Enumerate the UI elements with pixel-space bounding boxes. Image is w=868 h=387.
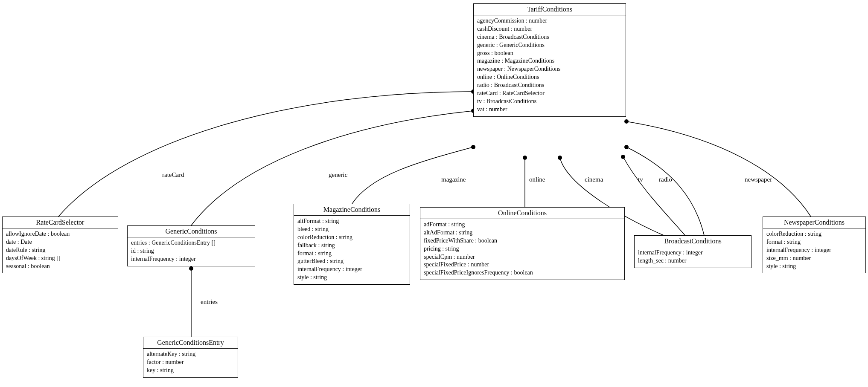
edge-radio: [626, 147, 704, 235]
class-body: allowIgnoreDate : boolean date : Date da…: [3, 228, 118, 273]
class-attr: internalFrequency : integer: [766, 246, 862, 254]
class-attr: rateCard : RateCardSelector: [477, 90, 622, 98]
class-attr: entries : GenericConditionsEntry []: [131, 239, 251, 247]
class-attr: magazine : MagazineConditions: [477, 57, 622, 65]
edge-ratecard: [58, 92, 473, 217]
class-ratecard-selector: RateCardSelector allowIgnoreDate : boole…: [2, 217, 118, 273]
edge-cinema-diamond-icon: [558, 156, 562, 160]
class-attr: specialFixedPriceIgnoresFrequency : bool…: [424, 269, 621, 277]
class-attr: specialCpm : number: [424, 253, 621, 261]
class-attr: colorReduction : string: [766, 230, 862, 238]
edge-label-entries: entries: [201, 298, 218, 306]
class-attr: cashDiscount : number: [477, 25, 622, 33]
class-body: altFormat : string bleed : string colorR…: [294, 216, 410, 284]
class-body: alternateKey : string factor : number ke…: [143, 349, 238, 377]
class-attr: length_sec : number: [638, 257, 748, 265]
edge-label-generic: generic: [329, 171, 347, 179]
class-attr: daysOfWeek : string []: [6, 254, 114, 263]
class-attr: size_mm : number: [766, 254, 862, 263]
edge-label-tv: tv: [638, 176, 643, 183]
class-attr: alternateKey : string: [147, 350, 234, 358]
class-attr: style : string: [297, 274, 406, 282]
edge-label-online: online: [529, 176, 545, 183]
class-magazine-conditions: MagazineConditions altFormat : string bl…: [294, 204, 410, 285]
edge-online-diamond-icon: [523, 156, 527, 160]
edge-tv-diamond-icon: [621, 155, 625, 159]
class-attr: pricing : string: [424, 245, 621, 253]
class-attr: colorReduction : string: [297, 234, 406, 242]
class-title: OnlineConditions: [420, 208, 624, 219]
class-body: entries : GenericConditionsEntry [] id :…: [128, 237, 255, 266]
class-attr: key : string: [147, 367, 234, 375]
edge-label-radio: radio: [659, 176, 672, 183]
class-title: TariffConditions: [474, 4, 626, 15]
class-title: MagazineConditions: [294, 204, 410, 216]
class-body: adFormat : string altAdFormat : string f…: [420, 219, 624, 280]
class-attr: agencyCommission : number: [477, 17, 622, 25]
class-attr: style : string: [766, 263, 862, 271]
class-attr: altAdFormat : string: [424, 229, 621, 237]
class-attr: factor : number: [147, 358, 234, 367]
class-attr: internalFrequency : integer: [638, 249, 748, 257]
edges-layer: [0, 0, 868, 387]
class-attr: vat : number: [477, 106, 622, 114]
class-attr: gutterBleed : string: [297, 257, 406, 266]
class-attr: fallback : string: [297, 242, 406, 250]
edge-label-ratecard: rateCard: [162, 171, 184, 179]
class-title: NewspaperConditions: [763, 217, 865, 228]
edge-tv: [623, 157, 685, 235]
class-attr: online : OnlineConditions: [477, 73, 622, 81]
class-attr: seasonal : boolean: [6, 263, 114, 271]
class-attr: date : Date: [6, 238, 114, 246]
edge-magazine-diamond-icon: [471, 145, 475, 149]
class-attr: internalFrequency : integer: [131, 255, 251, 263]
class-generic-conditions-entry: GenericConditionsEntry alternateKey : st…: [143, 337, 238, 378]
class-attr: format : string: [297, 250, 406, 258]
class-title: RateCardSelector: [3, 217, 118, 228]
class-attr: internalFrequency : integer: [297, 266, 406, 274]
class-tariff-conditions: TariffConditions agencyCommission : numb…: [473, 3, 626, 117]
edge-label-cinema: cinema: [585, 176, 603, 183]
class-attr: tv : BroadcastConditions: [477, 98, 622, 106]
edge-label-magazine: magazine: [441, 176, 466, 183]
class-attr: newspaper : NewspaperConditions: [477, 65, 622, 73]
class-attr: format : string: [766, 238, 862, 246]
class-attr: radio : BroadcastConditions: [477, 81, 622, 90]
edge-entries-diamond-icon: [189, 266, 193, 271]
class-attr: altFormat : string: [297, 217, 406, 225]
class-attr: id : string: [131, 247, 251, 255]
class-attr: cinema : BroadcastConditions: [477, 33, 622, 41]
edge-newspaper-diamond-icon: [624, 119, 629, 124]
class-attr: allowIgnoreDate : boolean: [6, 230, 114, 238]
edge-radio-diamond-icon: [624, 145, 629, 149]
class-attr: adFormat : string: [424, 221, 621, 229]
class-title: GenericConditions: [128, 226, 255, 237]
class-attr: gross : boolean: [477, 49, 622, 58]
class-attr: bleed : string: [297, 225, 406, 234]
class-online-conditions: OnlineConditions adFormat : string altAd…: [420, 207, 625, 280]
class-attr: generic : GenericConditions: [477, 41, 622, 49]
class-title: BroadcastConditions: [635, 236, 751, 247]
class-body: internalFrequency : integer length_sec :…: [635, 247, 751, 268]
class-body: agencyCommission : number cashDiscount :…: [474, 15, 626, 116]
edge-label-newspaper: newspaper: [745, 176, 772, 183]
class-generic-conditions: GenericConditions entries : GenericCondi…: [127, 225, 255, 266]
uml-canvas: rateCard generic magazine online cinema …: [0, 0, 868, 387]
class-attr: dateRule : string: [6, 246, 114, 254]
class-attr: specialFixedPrice : number: [424, 261, 621, 269]
class-title: GenericConditionsEntry: [143, 337, 238, 349]
edge-magazine: [352, 147, 473, 204]
class-broadcast-conditions: BroadcastConditions internalFrequency : …: [634, 235, 751, 268]
class-newspaper-conditions: NewspaperConditions colorReduction : str…: [763, 217, 866, 273]
class-attr: fixedPriceWithShare : boolean: [424, 237, 621, 245]
class-body: colorReduction : string format : string …: [763, 228, 865, 273]
edge-newspaper: [626, 121, 811, 217]
